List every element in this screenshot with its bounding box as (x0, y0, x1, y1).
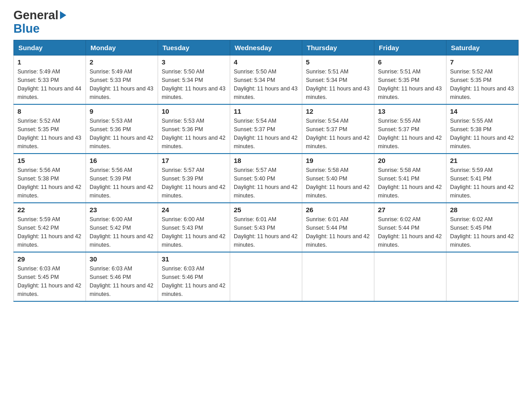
weekday-header-thursday: Thursday (302, 40, 374, 56)
day-info: Sunrise: 5:57 AMSunset: 5:39 PMDaylight:… (162, 166, 226, 200)
day-number: 9 (90, 107, 154, 115)
calendar-cell: 1 Sunrise: 5:49 AMSunset: 5:33 PMDayligh… (14, 56, 86, 105)
weekday-header-monday: Monday (86, 40, 158, 56)
day-number: 21 (450, 157, 515, 164)
day-info: Sunrise: 5:57 AMSunset: 5:40 PMDaylight:… (234, 166, 298, 200)
day-number: 6 (378, 58, 442, 66)
day-info: Sunrise: 5:51 AMSunset: 5:34 PMDaylight:… (306, 68, 370, 101)
day-number: 8 (17, 107, 82, 115)
calendar-cell: 10 Sunrise: 5:53 AMSunset: 5:36 PMDaylig… (158, 104, 230, 154)
calendar-cell (374, 252, 446, 301)
day-number: 13 (378, 107, 442, 115)
calendar-cell: 26 Sunrise: 6:01 AMSunset: 5:44 PMDaylig… (302, 203, 374, 252)
day-info: Sunrise: 5:50 AMSunset: 5:34 PMDaylight:… (162, 68, 226, 101)
logo-arrow-icon (60, 11, 66, 19)
calendar-cell: 12 Sunrise: 5:54 AMSunset: 5:37 PMDaylig… (302, 104, 374, 154)
day-info: Sunrise: 5:55 AMSunset: 5:37 PMDaylight:… (378, 117, 442, 150)
day-info: Sunrise: 6:02 AMSunset: 5:45 PMDaylight:… (450, 215, 515, 249)
day-number: 29 (17, 255, 82, 263)
page-header: General Blue (13, 9, 519, 35)
day-number: 19 (306, 157, 370, 164)
calendar-cell: 2 Sunrise: 5:49 AMSunset: 5:33 PMDayligh… (86, 56, 158, 105)
day-number: 11 (234, 107, 298, 115)
day-info: Sunrise: 5:56 AMSunset: 5:39 PMDaylight:… (90, 166, 154, 200)
weekday-header-row: SundayMondayTuesdayWednesdayThursdayFrid… (14, 40, 519, 56)
calendar-cell: 23 Sunrise: 6:00 AMSunset: 5:42 PMDaylig… (86, 203, 158, 252)
calendar-cell: 7 Sunrise: 5:52 AMSunset: 5:35 PMDayligh… (446, 56, 519, 105)
day-number: 18 (234, 157, 298, 164)
calendar-cell: 11 Sunrise: 5:54 AMSunset: 5:37 PMDaylig… (230, 104, 302, 154)
day-number: 30 (90, 255, 154, 263)
calendar-table: SundayMondayTuesdayWednesdayThursdayFrid… (13, 40, 519, 302)
weekday-header-wednesday: Wednesday (230, 40, 302, 56)
weekday-header-friday: Friday (374, 40, 446, 56)
day-info: Sunrise: 5:51 AMSunset: 5:35 PMDaylight:… (378, 68, 442, 101)
logo-general-text: General (13, 9, 59, 22)
day-info: Sunrise: 5:53 AMSunset: 5:36 PMDaylight:… (162, 117, 226, 150)
calendar-cell: 29 Sunrise: 6:03 AMSunset: 5:45 PMDaylig… (14, 252, 86, 301)
day-info: Sunrise: 6:03 AMSunset: 5:46 PMDaylight:… (90, 265, 154, 298)
calendar-cell: 9 Sunrise: 5:53 AMSunset: 5:36 PMDayligh… (86, 104, 158, 154)
calendar-cell: 16 Sunrise: 5:56 AMSunset: 5:39 PMDaylig… (86, 154, 158, 203)
day-info: Sunrise: 5:59 AMSunset: 5:41 PMDaylight:… (450, 166, 515, 200)
day-number: 4 (234, 58, 298, 66)
day-number: 3 (162, 58, 226, 66)
day-info: Sunrise: 5:54 AMSunset: 5:37 PMDaylight:… (306, 117, 370, 150)
day-info: Sunrise: 6:01 AMSunset: 5:44 PMDaylight:… (306, 215, 370, 249)
day-number: 7 (450, 58, 515, 66)
calendar-cell: 22 Sunrise: 5:59 AMSunset: 5:42 PMDaylig… (14, 203, 86, 252)
calendar-cell: 24 Sunrise: 6:00 AMSunset: 5:43 PMDaylig… (158, 203, 230, 252)
calendar-cell: 28 Sunrise: 6:02 AMSunset: 5:45 PMDaylig… (446, 203, 519, 252)
calendar-week-5: 29 Sunrise: 6:03 AMSunset: 5:45 PMDaylig… (14, 252, 519, 301)
day-number: 24 (162, 206, 226, 214)
day-number: 20 (378, 157, 442, 164)
day-number: 5 (306, 58, 370, 66)
day-number: 12 (306, 107, 370, 115)
calendar-cell: 20 Sunrise: 5:58 AMSunset: 5:41 PMDaylig… (374, 154, 446, 203)
day-info: Sunrise: 5:52 AMSunset: 5:35 PMDaylight:… (450, 68, 515, 101)
calendar-cell: 3 Sunrise: 5:50 AMSunset: 5:34 PMDayligh… (158, 56, 230, 105)
calendar-cell: 19 Sunrise: 5:58 AMSunset: 5:40 PMDaylig… (302, 154, 374, 203)
calendar-week-3: 15 Sunrise: 5:56 AMSunset: 5:38 PMDaylig… (14, 154, 519, 203)
day-info: Sunrise: 5:54 AMSunset: 5:37 PMDaylight:… (234, 117, 298, 150)
calendar-cell: 5 Sunrise: 5:51 AMSunset: 5:34 PMDayligh… (302, 56, 374, 105)
day-number: 22 (17, 206, 82, 214)
day-info: Sunrise: 5:55 AMSunset: 5:38 PMDaylight:… (450, 117, 515, 150)
calendar-cell: 8 Sunrise: 5:52 AMSunset: 5:35 PMDayligh… (14, 104, 86, 154)
day-info: Sunrise: 5:58 AMSunset: 5:40 PMDaylight:… (306, 166, 370, 200)
day-info: Sunrise: 5:49 AMSunset: 5:33 PMDaylight:… (90, 68, 154, 101)
logo-blue-text: Blue (13, 22, 40, 35)
day-info: Sunrise: 6:01 AMSunset: 5:43 PMDaylight:… (234, 215, 298, 249)
weekday-header-sunday: Sunday (14, 40, 86, 56)
day-info: Sunrise: 6:00 AMSunset: 5:43 PMDaylight:… (162, 215, 226, 249)
day-number: 16 (90, 157, 154, 164)
day-info: Sunrise: 5:58 AMSunset: 5:41 PMDaylight:… (378, 166, 442, 200)
calendar-cell: 13 Sunrise: 5:55 AMSunset: 5:37 PMDaylig… (374, 104, 446, 154)
day-number: 28 (450, 206, 515, 214)
day-info: Sunrise: 5:53 AMSunset: 5:36 PMDaylight:… (90, 117, 154, 150)
day-number: 1 (17, 58, 82, 66)
calendar-cell: 14 Sunrise: 5:55 AMSunset: 5:38 PMDaylig… (446, 104, 519, 154)
calendar-cell (446, 252, 519, 301)
calendar-cell: 17 Sunrise: 5:57 AMSunset: 5:39 PMDaylig… (158, 154, 230, 203)
weekday-header-saturday: Saturday (446, 40, 519, 56)
logo: General Blue (13, 9, 66, 35)
calendar-cell (230, 252, 302, 301)
day-number: 27 (378, 206, 442, 214)
day-number: 2 (90, 58, 154, 66)
calendar-cell: 25 Sunrise: 6:01 AMSunset: 5:43 PMDaylig… (230, 203, 302, 252)
day-info: Sunrise: 5:59 AMSunset: 5:42 PMDaylight:… (17, 215, 82, 249)
weekday-header-tuesday: Tuesday (158, 40, 230, 56)
day-number: 17 (162, 157, 226, 164)
calendar-cell: 21 Sunrise: 5:59 AMSunset: 5:41 PMDaylig… (446, 154, 519, 203)
calendar-week-4: 22 Sunrise: 5:59 AMSunset: 5:42 PMDaylig… (14, 203, 519, 252)
calendar-cell (302, 252, 374, 301)
calendar-cell: 18 Sunrise: 5:57 AMSunset: 5:40 PMDaylig… (230, 154, 302, 203)
calendar-cell: 27 Sunrise: 6:02 AMSunset: 5:44 PMDaylig… (374, 203, 446, 252)
day-info: Sunrise: 5:49 AMSunset: 5:33 PMDaylight:… (17, 68, 82, 101)
day-info: Sunrise: 5:52 AMSunset: 5:35 PMDaylight:… (17, 117, 82, 150)
calendar-cell: 6 Sunrise: 5:51 AMSunset: 5:35 PMDayligh… (374, 56, 446, 105)
day-info: Sunrise: 5:56 AMSunset: 5:38 PMDaylight:… (17, 166, 82, 200)
day-number: 25 (234, 206, 298, 214)
day-number: 31 (162, 255, 226, 263)
